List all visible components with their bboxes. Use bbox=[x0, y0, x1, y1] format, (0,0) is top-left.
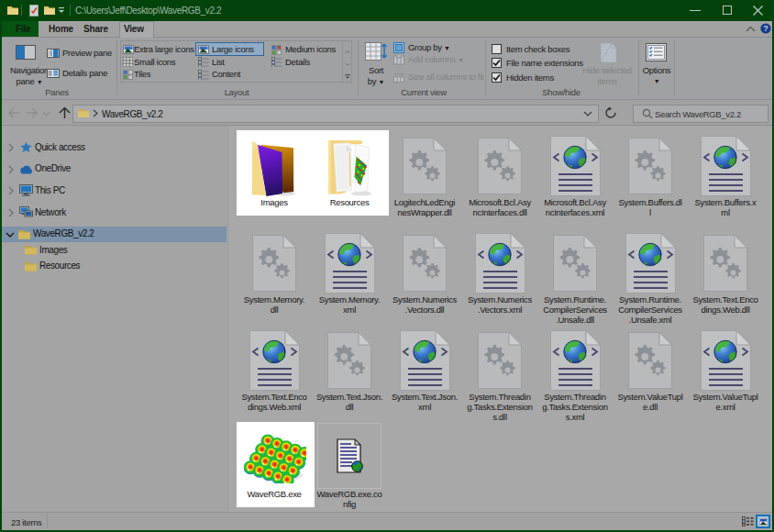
svg-text:?: ? bbox=[763, 24, 768, 33]
